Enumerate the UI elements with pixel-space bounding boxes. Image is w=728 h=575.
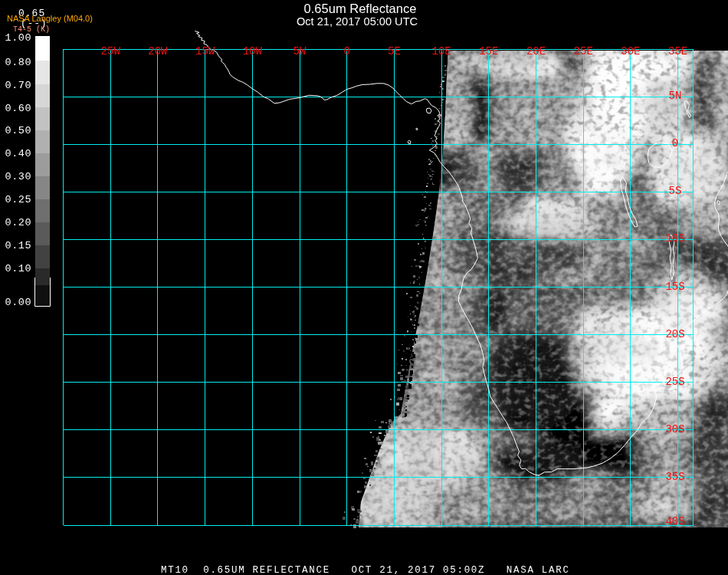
- svg-text:0.00: 0.00: [5, 297, 31, 308]
- svg-text:0.80: 0.80: [5, 57, 31, 68]
- svg-text:35E: 35E: [668, 45, 687, 58]
- svg-text:0.50: 0.50: [5, 125, 31, 136]
- svg-text:40S: 40S: [665, 515, 684, 527]
- svg-text:15E: 15E: [479, 45, 498, 58]
- svg-text:0: 0: [343, 45, 349, 58]
- svg-text:0.20: 0.20: [5, 217, 31, 228]
- svg-text:MT10 0.65UM REFLECTANCE OCT: MT10 0.65UM REFLECTANCE OCT 21, 2017 05:…: [161, 565, 570, 575]
- svg-text:5N: 5N: [669, 90, 682, 102]
- svg-text:0.10: 0.10: [5, 263, 31, 274]
- svg-text:1.00: 1.00: [5, 32, 31, 44]
- svg-text:0: 0: [672, 137, 678, 150]
- svg-text:10E: 10E: [431, 45, 451, 58]
- svg-text:0.30: 0.30: [5, 171, 31, 182]
- svg-text:25E: 25E: [574, 45, 593, 58]
- svg-text:Oct 21, 2017 05:00 UTC: Oct 21, 2017 05:00 UTC: [297, 15, 418, 28]
- svg-text:10W: 10W: [243, 45, 263, 58]
- svg-text:0.40: 0.40: [5, 148, 31, 159]
- svg-text:25S: 25S: [665, 376, 684, 388]
- svg-text:35S: 35S: [665, 471, 684, 483]
- svg-text:0.60: 0.60: [5, 103, 31, 114]
- svg-text:25W: 25W: [101, 45, 121, 58]
- svg-text:5W: 5W: [293, 45, 307, 58]
- svg-text:20S: 20S: [665, 328, 684, 340]
- svg-text:NASA Langley (M04.0): NASA Langley (M04.0): [7, 14, 93, 23]
- svg-text:T4-5 (K): T4-5 (K): [13, 25, 50, 34]
- svg-text:0.65um Reflectance: 0.65um Reflectance: [304, 2, 417, 15]
- svg-text:0.70: 0.70: [5, 80, 31, 91]
- svg-text:0.15: 0.15: [5, 240, 31, 251]
- svg-text:5S: 5S: [669, 185, 682, 197]
- svg-text:15W: 15W: [195, 45, 215, 58]
- svg-text:20W: 20W: [148, 45, 168, 58]
- svg-text:5E: 5E: [388, 45, 401, 58]
- svg-text:30S: 30S: [665, 423, 684, 435]
- svg-text:30E: 30E: [621, 45, 640, 58]
- svg-text:10S: 10S: [665, 232, 684, 245]
- svg-text:20E: 20E: [526, 45, 546, 58]
- svg-text:15S: 15S: [665, 281, 684, 293]
- svg-text:0.25: 0.25: [5, 194, 31, 205]
